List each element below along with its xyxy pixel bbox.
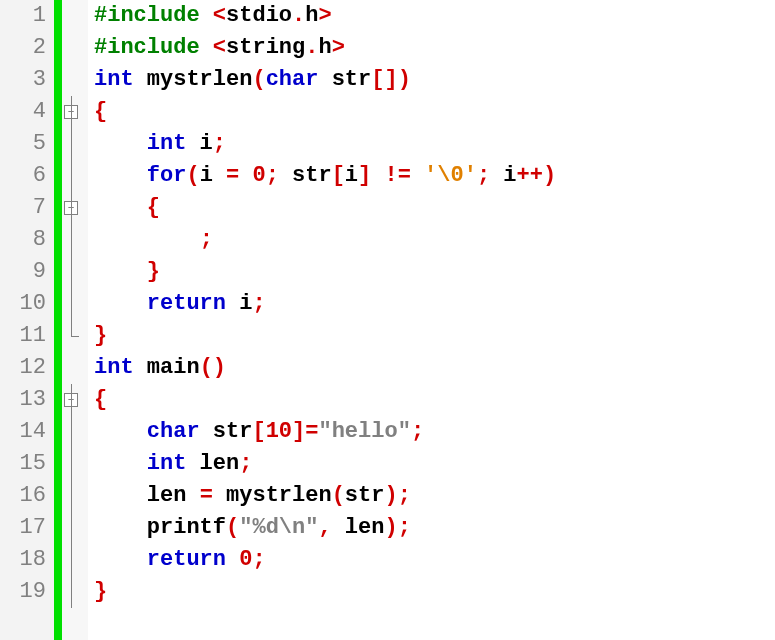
line-number: 18 — [0, 544, 54, 576]
token: int — [94, 355, 134, 380]
token: ] != — [358, 163, 424, 188]
token: "hello" — [318, 419, 410, 444]
token: stdio — [226, 3, 292, 28]
code-text[interactable]: { — [88, 192, 775, 224]
token: "%d\n" — [239, 515, 318, 540]
token — [226, 547, 239, 572]
code-line[interactable]: 14 char str[10]="hello"; — [0, 416, 775, 448]
code-text[interactable]: int mystrlen(char str[]) — [88, 64, 775, 96]
fold-cell — [54, 416, 88, 448]
code-editor[interactable]: 1#include <stdio.h>2#include <string.h>3… — [0, 0, 775, 640]
token: ; — [200, 227, 213, 252]
code-text[interactable]: #include <string.h> — [88, 32, 775, 64]
token: } — [147, 259, 160, 284]
token: char — [266, 67, 319, 92]
token: int — [147, 451, 187, 476]
code-text[interactable]: } — [88, 576, 775, 608]
code-text[interactable]: return i; — [88, 288, 775, 320]
code-text[interactable]: } — [88, 320, 775, 352]
token: 0 — [252, 163, 265, 188]
fold-cell: − — [54, 192, 88, 224]
code-line[interactable]: 19} — [0, 576, 775, 608]
token: ++) — [517, 163, 557, 188]
code-line[interactable]: 3int mystrlen(char str[]) — [0, 64, 775, 96]
fold-cell — [54, 128, 88, 160]
code-text[interactable]: for(i = 0; str[i] != '\0'; i++) — [88, 160, 775, 192]
line-number: 10 — [0, 288, 54, 320]
token: i — [345, 163, 358, 188]
code-text[interactable]: #include <stdio.h> — [88, 0, 775, 32]
code-line[interactable]: 7− { — [0, 192, 775, 224]
token: i — [226, 291, 252, 316]
code-line[interactable]: 1#include <stdio.h> — [0, 0, 775, 32]
line-number: 6 — [0, 160, 54, 192]
token: i — [186, 131, 212, 156]
token: ; — [252, 291, 265, 316]
line-number: 9 — [0, 256, 54, 288]
code-line[interactable]: 12int main() — [0, 352, 775, 384]
token: string — [226, 35, 305, 60]
token: . — [305, 35, 318, 60]
code-text[interactable]: } — [88, 256, 775, 288]
token: { — [94, 99, 107, 124]
code-text[interactable]: int len; — [88, 448, 775, 480]
token: = — [200, 483, 226, 508]
token: () — [200, 355, 226, 380]
token: return — [147, 291, 226, 316]
code-line[interactable]: 8 ; — [0, 224, 775, 256]
code-line[interactable]: 4−{ — [0, 96, 775, 128]
token: ; — [252, 547, 265, 572]
line-number: 19 — [0, 576, 54, 608]
token: #include — [94, 35, 213, 60]
code-text[interactable]: { — [88, 96, 775, 128]
token: } — [94, 323, 107, 348]
code-text[interactable]: ; — [88, 224, 775, 256]
token: { — [94, 387, 107, 412]
code-line[interactable]: 15 int len; — [0, 448, 775, 480]
fold-cell — [54, 64, 88, 96]
code-line[interactable]: 17 printf("%d\n", len); — [0, 512, 775, 544]
code-line[interactable]: 5 int i; — [0, 128, 775, 160]
fold-cell — [54, 448, 88, 480]
token: ; — [477, 163, 503, 188]
token: , — [318, 515, 344, 540]
line-number: 3 — [0, 64, 54, 96]
code-line[interactable]: 11} — [0, 320, 775, 352]
token: for — [147, 163, 187, 188]
token: len — [186, 451, 239, 476]
code-text[interactable]: printf("%d\n", len); — [88, 512, 775, 544]
fold-cell — [54, 512, 88, 544]
code-line[interactable]: 18 return 0; — [0, 544, 775, 576]
token: [ — [332, 163, 345, 188]
code-line[interactable]: 16 len = mystrlen(str); — [0, 480, 775, 512]
code-line[interactable]: 10 return i; — [0, 288, 775, 320]
token: printf — [147, 515, 226, 540]
token: { — [147, 195, 160, 220]
fold-cell — [54, 160, 88, 192]
fold-cell — [54, 320, 88, 352]
token: > — [332, 35, 345, 60]
token: ); — [384, 515, 410, 540]
code-line[interactable]: 2#include <string.h> — [0, 32, 775, 64]
code-line[interactable]: 13−{ — [0, 384, 775, 416]
fold-cell: − — [54, 96, 88, 128]
token: int — [147, 131, 187, 156]
code-text[interactable]: { — [88, 384, 775, 416]
code-text[interactable]: len = mystrlen(str); — [88, 480, 775, 512]
code-text[interactable]: return 0; — [88, 544, 775, 576]
code-line[interactable]: 6 for(i = 0; str[i] != '\0'; i++) — [0, 160, 775, 192]
line-number: 11 — [0, 320, 54, 352]
code-text[interactable]: char str[10]="hello"; — [88, 416, 775, 448]
token: ( — [332, 483, 345, 508]
line-number: 17 — [0, 512, 54, 544]
token: #include — [94, 3, 213, 28]
code-line[interactable]: 9 } — [0, 256, 775, 288]
code-text[interactable]: int i; — [88, 128, 775, 160]
code-text[interactable]: int main() — [88, 352, 775, 384]
token: 0 — [239, 547, 252, 572]
fold-cell — [54, 480, 88, 512]
token: ( — [226, 515, 239, 540]
token: []) — [371, 67, 411, 92]
token: } — [94, 579, 107, 604]
token: mystrlen — [134, 67, 253, 92]
